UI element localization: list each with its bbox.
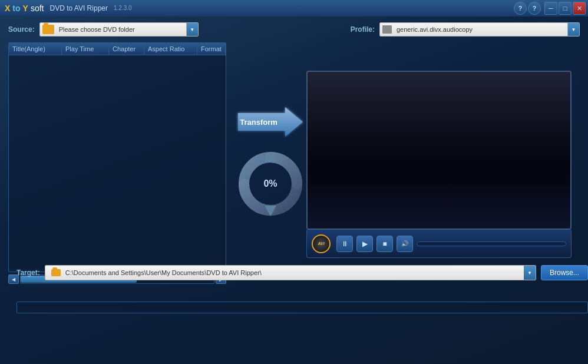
folder-icon bbox=[42, 25, 54, 34]
content-row: Title(Angle) Play Time Chapter Aspect Ra… bbox=[8, 42, 580, 284]
restore-button[interactable]: □ bbox=[559, 2, 572, 15]
help-icon-2[interactable]: ? bbox=[528, 2, 541, 15]
col-format: Format bbox=[197, 43, 226, 55]
browse-button[interactable]: Browse... bbox=[541, 265, 588, 280]
left-panel: Title(Angle) Play Time Chapter Aspect Ra… bbox=[8, 42, 226, 284]
svg-text:Transform: Transform bbox=[240, 118, 278, 127]
col-playtime: Play Time bbox=[62, 43, 109, 55]
logo-y: Y bbox=[23, 4, 28, 13]
logo-to: to bbox=[12, 4, 20, 13]
close-button[interactable]: ✕ bbox=[573, 2, 586, 15]
avi-film-reel: AVI bbox=[312, 234, 331, 253]
player-controls: AVI ⏸ ▶ ■ bbox=[306, 230, 572, 258]
profile-dropdown[interactable]: generic.avi.divx.audiocopy ▼ bbox=[379, 22, 580, 37]
col-title: Title(Angle) bbox=[9, 43, 62, 55]
cycle-svg: 0% bbox=[232, 145, 309, 222]
browse-label: Browse... bbox=[550, 269, 579, 277]
volume-button[interactable]: 🔊 bbox=[397, 236, 413, 252]
target-row: Target: C:\Documents and Settings\User\M… bbox=[16, 265, 588, 280]
source-dropdown[interactable]: Please choose DVD folder ▼ bbox=[39, 22, 199, 37]
conversion-progress-bar bbox=[16, 302, 588, 313]
target-label: Target: bbox=[16, 269, 40, 277]
target-path-text: C:\Documents and Settings\User\My Docume… bbox=[65, 269, 262, 276]
transform-arrow-svg: Transform bbox=[232, 104, 309, 140]
profile-dropdown-text: generic.avi.divx.audiocopy bbox=[394, 26, 567, 33]
top-row: Source: Please choose DVD folder ▼ Profi… bbox=[8, 22, 580, 37]
profile-dropdown-arrow[interactable]: ▼ bbox=[567, 23, 579, 36]
stop-button[interactable]: ■ bbox=[376, 236, 393, 252]
svg-text:0%: 0% bbox=[263, 178, 277, 188]
table-body[interactable] bbox=[9, 55, 226, 269]
minimize-button[interactable]: ─ bbox=[544, 2, 557, 15]
right-panel: AVI ⏸ ▶ ■ bbox=[315, 42, 580, 284]
titlebar: XtoYsoft DVD to AVI Ripper 1.2.3.0 ? ? ─… bbox=[0, 0, 588, 16]
profile-label: Profile: bbox=[351, 25, 375, 34]
transform-button[interactable]: Transform bbox=[232, 104, 309, 140]
table-header: Title(Angle) Play Time Chapter Aspect Ra… bbox=[9, 43, 226, 55]
target-input[interactable]: C:\Documents and Settings\User\My Docume… bbox=[45, 265, 536, 280]
pause-button[interactable]: ⏸ bbox=[336, 236, 353, 252]
video-screen bbox=[306, 71, 572, 230]
source-dropdown-text: Please choose DVD folder bbox=[57, 26, 186, 33]
source-label: Source: bbox=[8, 25, 35, 34]
playback-progress[interactable] bbox=[417, 241, 566, 246]
avi-logo: AVI bbox=[312, 234, 331, 253]
avi-reel-text: AVI bbox=[318, 241, 324, 246]
target-folder-icon bbox=[51, 269, 61, 276]
col-chapter: Chapter bbox=[109, 43, 144, 55]
app-version: 1.2.3.0 bbox=[114, 5, 132, 11]
app-logo: XtoYsoft DVD to AVI Ripper 1.2.3.0 bbox=[5, 4, 132, 13]
target-dropdown-arrow[interactable]: ▼ bbox=[524, 266, 536, 280]
help-icons: ? ? bbox=[514, 2, 541, 15]
logo-soft: soft bbox=[31, 4, 44, 13]
pause-icon: ⏸ bbox=[341, 240, 348, 248]
play-button[interactable]: ▶ bbox=[356, 236, 373, 252]
app-title: DVD to AVI Ripper bbox=[49, 4, 107, 12]
player-container: AVI ⏸ ▶ ■ bbox=[306, 71, 572, 258]
col-aspectratio: Aspect Ratio bbox=[144, 43, 197, 55]
logo-x: X bbox=[5, 4, 10, 13]
window-controls: ─ □ ✕ bbox=[544, 2, 586, 15]
source-dropdown-arrow[interactable]: ▼ bbox=[186, 23, 198, 36]
play-icon: ▶ bbox=[362, 240, 368, 248]
track-table: Title(Angle) Play Time Chapter Aspect Ra… bbox=[8, 42, 226, 272]
cycle-icon: 0% bbox=[232, 145, 309, 222]
stop-icon: ■ bbox=[382, 240, 387, 248]
volume-icon: 🔊 bbox=[401, 240, 408, 247]
center-panel: Transform bbox=[226, 42, 315, 284]
profile-icon bbox=[382, 25, 392, 34]
help-icon-1[interactable]: ? bbox=[514, 2, 527, 15]
main-layout: Source: Please choose DVD folder ▼ Profi… bbox=[0, 16, 588, 325]
